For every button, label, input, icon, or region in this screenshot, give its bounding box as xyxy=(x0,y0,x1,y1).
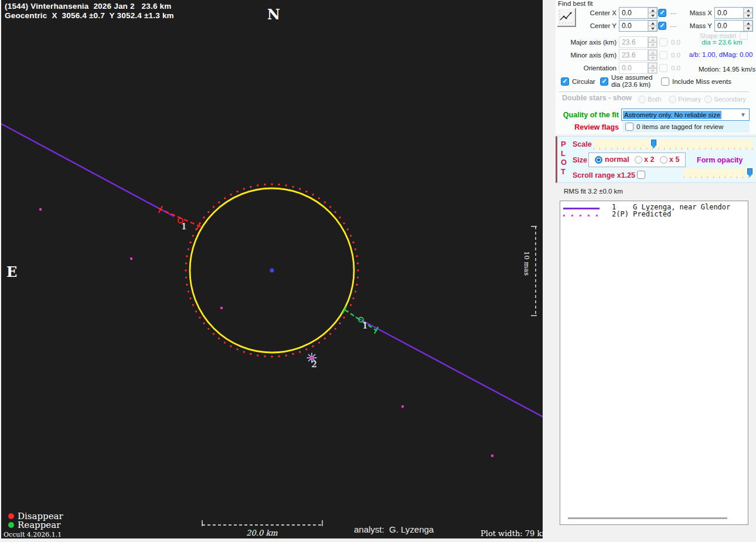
reappear-legend-label: Reappear xyxy=(18,520,60,530)
use-assumed-dia-checkbox[interactable] xyxy=(600,77,608,86)
circular-label: Circular xyxy=(572,78,595,85)
minor-axis-label: Minor axis (km) xyxy=(554,52,617,59)
mass-y-spinner[interactable] xyxy=(743,21,752,31)
disappear-chord-label: 1 xyxy=(181,221,187,232)
hscrollbar-thumb[interactable] xyxy=(568,517,727,519)
include-miss-checkbox[interactable] xyxy=(661,77,669,86)
use-assumed-dia-label: Use assumeddia (23.6 km) xyxy=(611,74,652,88)
center-x-label: Center X xyxy=(578,9,617,16)
quality-of-fit-dropdown[interactable]: Astrometry only. No reliable size ▼ xyxy=(621,109,750,121)
dia-readout: dia = 23.6 km xyxy=(689,39,755,46)
size-x5-radio[interactable] xyxy=(660,156,668,164)
scroll-range-label: Scroll range x1.25 xyxy=(573,171,635,179)
size-radio-group: normal x 2 x 5 xyxy=(588,153,686,167)
disappear-legend-dot xyxy=(8,513,14,519)
size-label: Size xyxy=(573,156,587,164)
size-x2-label: x 2 xyxy=(644,155,654,164)
mas-scale-label: 10 mas xyxy=(523,251,531,276)
app-version: Occult 4.2026.1.1 xyxy=(4,531,62,538)
plot-title-line2: Geocentric X 3056.4 ±0.7 Y 3052.4 ±1.3 k… xyxy=(5,11,174,20)
fit-control-panel: Find best fit Center X 0.0 --- Mass X 0.… xyxy=(543,0,756,542)
major-axis-label: Major axis (km) xyxy=(554,39,617,46)
orientation-input: 0.0 xyxy=(619,62,658,74)
chevron-down-icon: ▼ xyxy=(740,111,746,118)
mass-x-spinner[interactable] xyxy=(743,8,752,18)
chord-list[interactable]: 1 G Lyzenga, near Glendor 2(P) Predicted xyxy=(560,201,748,525)
size-x5-label: x 5 xyxy=(669,155,679,164)
north-label: N xyxy=(267,6,280,23)
center-y-checkbox[interactable] xyxy=(658,22,666,30)
size-normal-radio[interactable] xyxy=(595,156,602,164)
minor-axis-checkbox xyxy=(659,51,668,59)
scale-label: Scale xyxy=(573,140,592,148)
scroll-range-checkbox[interactable] xyxy=(637,171,645,179)
chart-line-icon xyxy=(558,9,574,25)
mass-x-label: Mass X xyxy=(685,9,712,16)
east-label: E xyxy=(6,263,17,280)
reappear-legend-dot xyxy=(8,522,14,528)
center-y-dash: --- xyxy=(670,22,677,29)
quality-of-fit-label: Quality of the fit xyxy=(553,111,619,119)
major-axis-input: 23.6 xyxy=(619,36,658,48)
major-axis-aux: 0.0 xyxy=(671,39,680,46)
scale-slider-thumb[interactable] xyxy=(651,140,656,148)
reappear-chord-label: 1 xyxy=(362,320,368,331)
center-y-label: Center Y xyxy=(578,22,617,29)
occultation-plot: (1544) Vinterhansenia 2026 Jan 2 23.6 km… xyxy=(1,0,543,538)
center-x-input[interactable]: 0.0 xyxy=(619,7,658,19)
plot-width-label: Plot width: 79 km xyxy=(481,529,549,538)
ab-dmag-readout: a/b: 1.00, dMag: 0.00 xyxy=(686,51,756,58)
double-stars-both-label: Both xyxy=(648,96,662,103)
center-y-spinner[interactable] xyxy=(648,21,657,31)
scalebar-label: 20.0 km xyxy=(233,529,291,537)
chord-1-swatch xyxy=(563,208,600,209)
minor-axis-aux: 0.0 xyxy=(671,52,680,59)
scale-slider[interactable] xyxy=(594,140,753,149)
include-miss-label: Include Miss events xyxy=(672,78,731,85)
review-flags-checkbox[interactable] xyxy=(625,123,634,131)
mass-x-input[interactable]: 0.0 xyxy=(714,7,753,19)
center-x-checkbox[interactable] xyxy=(658,9,666,17)
double-stars-both-radio xyxy=(638,96,646,103)
form-opacity-slider[interactable] xyxy=(684,168,754,178)
form-opacity-slider-thumb[interactable] xyxy=(747,168,752,177)
double-stars-secondary-radio xyxy=(704,96,712,103)
minor-axis-input: 23.6 xyxy=(619,49,658,61)
mass-y-input[interactable]: 0.0 xyxy=(714,20,753,32)
analyst-label: analyst: G. Lyzenga xyxy=(354,524,434,534)
size-normal-label: normal xyxy=(605,155,629,164)
chord-2-entry[interactable]: 2(P) Predicted xyxy=(612,210,671,218)
plot-panel-side-label: PLOT xyxy=(561,140,568,176)
plot-title-line1: (1544) Vinterhansenia 2026 Jan 2 23.6 km xyxy=(5,2,172,11)
center-x-dash: --- xyxy=(670,9,677,16)
form-opacity-label: Form opacity xyxy=(697,156,743,164)
double-stars-title: Double stars - show xyxy=(562,94,632,102)
orientation-checkbox xyxy=(659,64,668,72)
orientation-label: Orientation xyxy=(554,65,617,72)
mass-y-label: Mass Y xyxy=(685,22,712,29)
orientation-aux: 0.0 xyxy=(671,65,680,72)
chord-2-swatch xyxy=(563,215,602,216)
find-best-fit-button[interactable] xyxy=(557,8,576,27)
motion-readout: Motion: 14.95 km/s xyxy=(699,66,755,73)
review-flags-label: Review flags xyxy=(566,123,619,131)
double-stars-secondary-label: Secondary xyxy=(714,96,746,103)
find-best-fit-label: Find best fit xyxy=(558,0,592,7)
quality-selected-value: Astrometry only. No reliable size xyxy=(623,111,721,119)
rms-fit-readout: RMS fit 3.2 ±0.0 km xyxy=(564,188,623,195)
predicted-point-label: 2 xyxy=(311,359,317,370)
center-y-input[interactable]: 0.0 xyxy=(619,20,658,32)
plot-canvas xyxy=(1,0,543,538)
review-flags-text: 0 items are tagged for review xyxy=(636,123,723,130)
circular-checkbox[interactable] xyxy=(561,77,569,86)
double-stars-primary-label: Primary xyxy=(678,96,701,103)
major-axis-checkbox xyxy=(659,38,668,46)
center-x-spinner[interactable] xyxy=(648,8,657,18)
double-stars-groupbox-line xyxy=(559,92,749,93)
plot-controls-panel: PLOT Scale Size normal x 2 x 5 Form opac… xyxy=(556,136,756,183)
size-x2-radio[interactable] xyxy=(635,156,642,164)
double-stars-primary-radio xyxy=(669,96,676,103)
